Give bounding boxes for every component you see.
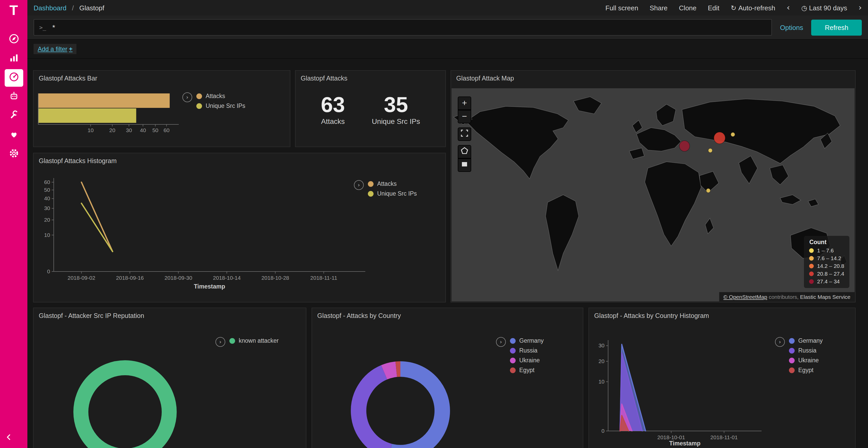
legend: › Germany Russia Ukraine Egypt xyxy=(775,337,823,373)
search-query-input[interactable]: >_ * xyxy=(34,19,772,36)
sidebar-item-dev-tools[interactable] xyxy=(4,107,23,125)
legend: › Germany Russia Ukraine Egypt xyxy=(496,337,544,373)
legend-item[interactable]: Germany xyxy=(510,338,544,344)
share-button[interactable]: Share xyxy=(650,4,668,12)
elastic-maps-service: Elastic Maps Service xyxy=(800,294,850,300)
fit-bounds-button[interactable] xyxy=(458,128,471,141)
svg-text:0: 0 xyxy=(47,268,50,274)
refresh-button[interactable]: Refresh xyxy=(811,20,862,35)
time-forward-button[interactable]: › xyxy=(859,4,862,12)
sidebar-item-dashboard[interactable] xyxy=(4,69,23,87)
legend-item[interactable]: Russia xyxy=(510,347,544,353)
country-area-chart[interactable]: 01020302018-10-012018-11-01Timestamp xyxy=(593,323,775,447)
options-link[interactable]: Options xyxy=(780,24,803,31)
plus-icon: + xyxy=(69,45,72,53)
svg-text:30: 30 xyxy=(126,127,132,133)
sidebar-item-visualize[interactable] xyxy=(4,50,23,68)
app-sidebar: T xyxy=(0,0,27,448)
refresh-cycle-icon: ↻ xyxy=(731,4,737,12)
auto-refresh-button[interactable]: ↻ Auto-refresh xyxy=(731,4,775,12)
add-filter-link[interactable]: Add a filter+ xyxy=(34,44,77,54)
top-nav-bar: Dashboard / Glastopf Full screen Share C… xyxy=(27,0,868,15)
legend-item[interactable]: Ukraine xyxy=(789,357,823,364)
svg-text:Timestamp: Timestamp xyxy=(194,283,225,290)
panel-title: Glastopf Attacks xyxy=(296,71,445,86)
sidebar-item-management[interactable] xyxy=(4,145,23,163)
svg-text:20: 20 xyxy=(109,127,115,133)
sidebar-item-timelion[interactable] xyxy=(4,88,23,106)
time-range-picker[interactable]: ◷ Last 90 days xyxy=(801,4,847,12)
dashboard-grid: Glastopf Attacks Bar 102030405060 › Atta… xyxy=(27,70,868,448)
query-prompt-icon: >_ xyxy=(39,24,46,31)
legend-item[interactable]: Attacks xyxy=(368,181,417,187)
svg-text:10: 10 xyxy=(44,232,50,238)
main-area: Dashboard / Glastopf Full screen Share C… xyxy=(27,0,868,448)
full-screen-button[interactable]: Full screen xyxy=(606,4,638,12)
legend-item[interactable]: Unique Src IPs xyxy=(368,191,417,197)
legend-item[interactable]: Ukraine xyxy=(510,357,544,364)
panel-country-histogram: Glastopf - Attacks by Country Histogram … xyxy=(588,308,856,448)
heartbeat-icon xyxy=(8,129,19,141)
polygon-select-button[interactable] xyxy=(458,145,471,159)
svg-text:2018-09-16: 2018-09-16 xyxy=(116,275,144,281)
rectangle-select-button[interactable] xyxy=(458,159,471,172)
series-color-dot xyxy=(789,348,795,353)
svg-text:10: 10 xyxy=(88,127,94,133)
polygon-icon xyxy=(461,146,468,157)
legend-toggle-icon[interactable]: › xyxy=(775,337,785,347)
legend-item[interactable]: known attacker xyxy=(229,338,279,344)
legend-item[interactable]: Egypt xyxy=(510,367,544,373)
svg-text:30: 30 xyxy=(44,205,50,211)
zoom-out-button[interactable]: − xyxy=(458,110,471,123)
panel-title: Glastopf Attacks Bar xyxy=(34,71,290,86)
legend-item[interactable]: Russia xyxy=(789,347,823,353)
svg-text:2018-09-30: 2018-09-30 xyxy=(164,275,192,281)
rectangle-icon xyxy=(461,160,468,170)
series-color-dot xyxy=(809,264,814,268)
clone-button[interactable]: Clone xyxy=(679,4,696,12)
country-donut-chart[interactable] xyxy=(350,360,451,448)
series-color-dot xyxy=(809,279,814,284)
legend-item[interactable]: Egypt xyxy=(789,367,823,373)
crop-icon xyxy=(461,129,468,139)
legend-item[interactable]: Attacks xyxy=(196,93,245,99)
gear-icon xyxy=(8,148,19,161)
zoom-in-button[interactable]: + xyxy=(458,97,471,110)
series-color-dot xyxy=(809,248,814,253)
breadcrumb-dashboard-link[interactable]: Dashboard xyxy=(34,4,66,12)
panel-attacks-bar: Glastopf Attacks Bar 102030405060 › Atta… xyxy=(33,70,290,147)
svg-text:20: 20 xyxy=(44,217,50,223)
attacks-bar-chart[interactable]: 102030405060 xyxy=(38,92,193,135)
openstreetmap-link[interactable]: © OpenStreetMap xyxy=(723,294,767,300)
panel-attacks-histogram: Glastopf Attacks Histogram 0102030405060… xyxy=(33,153,446,303)
legend-item: 7.6 – 14.2 xyxy=(809,255,844,261)
panel-attacks-by-country: Glastopf - Attacks by Country › Germany … xyxy=(312,308,583,448)
world-map[interactable]: + − Count 1 – 7.6 7.6 – 14.2 xyxy=(452,88,855,302)
svg-text:50: 50 xyxy=(152,127,158,133)
panel-attacks-metric: Glastopf Attacks 63 Attacks 35 Unique Sr… xyxy=(295,70,446,147)
panel-title: Glastopf Attacks Histogram xyxy=(34,153,445,169)
legend-item[interactable]: Unique Src IPs xyxy=(196,103,245,109)
time-back-button[interactable]: ‹ xyxy=(786,4,790,12)
mask-icon xyxy=(8,91,19,103)
series-color-dot xyxy=(809,271,814,276)
series-color-dot xyxy=(510,367,516,373)
sidebar-item-discover[interactable] xyxy=(4,31,23,48)
legend-item[interactable]: Germany xyxy=(789,338,823,344)
legend: › known attacker xyxy=(215,337,279,347)
legend-toggle-icon[interactable]: › xyxy=(215,337,225,347)
legend-toggle-icon[interactable]: › xyxy=(496,337,506,347)
legend-toggle-icon[interactable]: › xyxy=(182,92,192,102)
sidebar-item-monitoring[interactable] xyxy=(4,127,23,144)
attacks-histogram-chart[interactable]: 01020304050602018-09-022018-09-162018-09… xyxy=(38,169,374,290)
panel-src-ip-reputation: Glastopf - Attacker Src IP Reputation › … xyxy=(33,308,306,448)
collapse-sidebar-button[interactable] xyxy=(4,433,13,444)
series-color-dot xyxy=(196,103,202,109)
edit-button[interactable]: Edit xyxy=(708,4,719,12)
legend-toggle-icon[interactable]: › xyxy=(354,180,364,190)
gauge-icon xyxy=(8,72,19,84)
legend-item: 20.8 – 27.4 xyxy=(809,271,844,277)
kibana-dashboard-page: T xyxy=(0,0,868,448)
query-value: * xyxy=(53,23,55,32)
reputation-donut-chart[interactable] xyxy=(72,359,178,448)
